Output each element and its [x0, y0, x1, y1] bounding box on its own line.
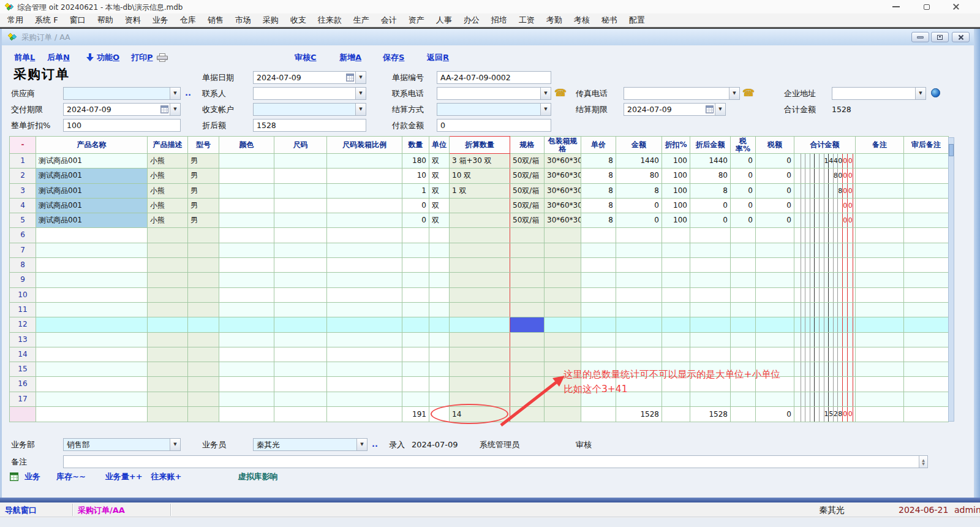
cell-audit_note[interactable] [904, 228, 949, 243]
cell-unit[interactable] [429, 392, 450, 406]
cell-desc[interactable] [148, 392, 188, 406]
cell-spec[interactable] [510, 258, 545, 273]
cell-model[interactable]: 男 [188, 198, 219, 213]
cell-desc[interactable] [148, 362, 188, 377]
column-header[interactable]: 尺码装箱比例 [327, 137, 402, 154]
cell-unit[interactable]: 双 [429, 154, 450, 169]
cell-price[interactable] [581, 228, 616, 243]
cell-spec[interactable]: 50双/箱 [510, 213, 545, 228]
cell-note[interactable] [856, 243, 904, 257]
cell-tax[interactable] [756, 258, 794, 273]
cell-total[interactable] [794, 287, 856, 302]
cell-note[interactable] [856, 287, 904, 302]
cell-desc[interactable] [148, 228, 188, 243]
cell-note[interactable] [856, 198, 904, 213]
spinner-control[interactable]: ▲▼ [919, 456, 927, 468]
cell-total[interactable] [794, 362, 856, 377]
cell-model[interactable] [188, 377, 219, 392]
cell-disc[interactable]: 100 [662, 198, 690, 213]
window-frame-right[interactable] [974, 29, 980, 498]
cell-box[interactable] [545, 243, 581, 257]
menu-item[interactable]: 工资 [519, 15, 535, 26]
menu-item[interactable]: 资产 [409, 15, 424, 26]
cell-qty[interactable] [402, 302, 429, 317]
cell-size[interactable] [274, 154, 327, 169]
settle-date-field[interactable]: 2024-07-09 ▼ [624, 103, 726, 116]
cell-spec[interactable] [510, 287, 545, 302]
row-number[interactable]: 5 [10, 213, 36, 228]
save-button[interactable]: 保存S [383, 52, 404, 63]
cell-amount[interactable] [616, 287, 662, 302]
cell-ratio[interactable] [327, 183, 402, 198]
function-button[interactable]: 功能O [97, 52, 119, 63]
cell-size[interactable] [274, 392, 327, 406]
cell-qty[interactable] [402, 347, 429, 362]
cell-audit_note[interactable] [904, 213, 949, 228]
footer-link[interactable]: 业务量++ [105, 471, 143, 482]
cell-tax[interactable] [756, 302, 794, 317]
cell-tax_rate[interactable] [731, 317, 756, 332]
cell-disc[interactable] [662, 243, 690, 257]
cell-note[interactable] [856, 302, 904, 317]
cell-tax[interactable]: 0 [756, 213, 794, 228]
cell-tax[interactable] [756, 392, 794, 406]
cell-audit_note[interactable] [904, 183, 949, 198]
cell-box[interactable] [545, 228, 581, 243]
cell-price[interactable] [581, 302, 616, 317]
printer-icon[interactable] [157, 53, 168, 62]
cell-model[interactable] [188, 407, 219, 422]
cell-name[interactable] [36, 392, 148, 406]
cell-disc_amount[interactable] [690, 392, 731, 406]
cell-box[interactable] [545, 258, 581, 273]
doc-date-field[interactable]: 2024-07-09 ▼ [253, 71, 366, 84]
grid-scrollbar[interactable] [948, 137, 954, 422]
cell-price[interactable]: 8 [581, 198, 616, 213]
cell-amount[interactable]: 0 [616, 198, 662, 213]
cell-disc_amount[interactable]: 1528 [690, 407, 731, 422]
phone-icon[interactable]: ☎ [742, 87, 755, 99]
cell-conv[interactable] [450, 228, 510, 243]
cell-box[interactable] [545, 273, 581, 287]
column-header[interactable]: 产品描述 [148, 137, 188, 154]
cell-model[interactable] [188, 392, 219, 406]
cell-disc[interactable] [662, 228, 690, 243]
menu-item[interactable]: 考勤 [546, 15, 562, 26]
cell-note[interactable] [856, 392, 904, 406]
cell-conv[interactable] [450, 287, 510, 302]
chevron-down-icon[interactable]: ▼ [356, 439, 367, 450]
cell-ratio[interactable] [327, 213, 402, 228]
cell-price[interactable] [581, 258, 616, 273]
cell-amount[interactable]: 8 [616, 183, 662, 198]
cell-color[interactable] [219, 243, 274, 257]
cell-model[interactable]: 男 [188, 154, 219, 169]
menu-item[interactable]: 人事 [436, 15, 452, 26]
column-header[interactable]: 数量 [402, 137, 429, 154]
row-number[interactable]: 14 [10, 347, 36, 362]
cell-size[interactable] [274, 243, 327, 257]
cell-model[interactable] [188, 347, 219, 362]
menu-item[interactable]: 资料 [125, 15, 141, 26]
column-header[interactable]: 税率% [731, 137, 756, 154]
cell-price[interactable]: 8 [581, 169, 616, 183]
status-nav-tab[interactable]: 导航窗口 [5, 505, 37, 516]
cell-color[interactable] [219, 392, 274, 406]
cell-color[interactable] [219, 228, 274, 243]
chevron-down-icon[interactable]: ▼ [170, 104, 180, 115]
cell-amount[interactable]: 1440 [616, 154, 662, 169]
cell-tax[interactable] [756, 317, 794, 332]
cell-model[interactable] [188, 287, 219, 302]
cell-size[interactable] [274, 317, 327, 332]
menu-item[interactable]: 仓库 [180, 15, 196, 26]
child-minimize-button[interactable] [911, 32, 929, 42]
row-number[interactable]: 16 [10, 377, 36, 392]
fax-combo[interactable]: ▼ [624, 87, 740, 100]
cell-tax_rate[interactable] [731, 392, 756, 406]
cell-size[interactable] [274, 228, 327, 243]
cell-name[interactable] [36, 377, 148, 392]
cell-size[interactable] [274, 362, 327, 377]
menu-item[interactable]: 帮助 [97, 15, 113, 26]
cell-disc[interactable] [662, 287, 690, 302]
cell-size[interactable] [274, 258, 327, 273]
cell-ratio[interactable] [327, 243, 402, 257]
cell-audit_note[interactable] [904, 243, 949, 257]
